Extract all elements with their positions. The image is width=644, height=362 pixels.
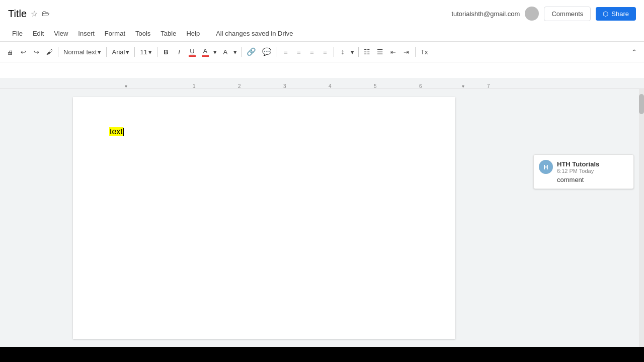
toolbar-divider-2 <box>106 47 107 57</box>
menu-view[interactable]: View <box>50 28 72 39</box>
increase-indent-icon: ⇥ <box>404 48 409 56</box>
align-center-button[interactable]: ≡ <box>293 45 305 59</box>
align-justify-icon: ≡ <box>323 48 327 56</box>
comment-text: comment <box>539 176 628 184</box>
underline-button[interactable]: U <box>186 45 198 59</box>
highlighted-text: text <box>109 127 123 136</box>
ruler-mark-6: 6 <box>419 83 422 89</box>
highlight-icon: A <box>223 48 228 56</box>
align-left-icon: ≡ <box>284 48 288 56</box>
menu-edit[interactable]: Edit <box>29 28 48 39</box>
decrease-indent-button[interactable]: ⇤ <box>387 45 399 59</box>
font-size-label: 11 <box>140 48 147 56</box>
comment-card[interactable]: H HTH Tutorials 6:12 PM Today comment <box>533 154 634 189</box>
bottom-bar <box>0 347 644 362</box>
comments-sidebar: H HTH Tutorials 6:12 PM Today comment <box>528 89 639 347</box>
underline-icon: U <box>189 47 196 57</box>
align-center-icon: ≡ <box>297 48 301 56</box>
italic-button[interactable]: I <box>173 45 185 59</box>
ruler-mark-1: 1 <box>193 83 196 89</box>
line-spacing-chevron[interactable]: ▾ <box>350 45 356 59</box>
collapse-toolbar-button[interactable]: ⌃ <box>628 45 640 59</box>
collapse-icon: ⌃ <box>631 48 637 56</box>
toolbar-divider-7 <box>334 47 334 57</box>
text-color-chevron[interactable]: ▾ <box>212 45 218 59</box>
bullet-list-button[interactable]: ☰ <box>374 45 386 59</box>
font-dropdown[interactable]: Arial ▾ <box>109 45 132 59</box>
paint-format-icon: 🖌 <box>46 48 53 56</box>
paint-format-button[interactable]: 🖌 <box>43 45 55 59</box>
comment-icon: 💬 <box>262 47 272 56</box>
star-icon[interactable]: ☆ <box>31 9 38 19</box>
undo-icon: ↩ <box>21 48 26 56</box>
ruler-mark-4: 4 <box>329 83 332 89</box>
paragraph-style-chevron: ▾ <box>98 48 101 56</box>
text-color-button[interactable]: A <box>199 45 211 59</box>
avatar-initials: H <box>539 160 553 174</box>
ruler-mark-7: ▾ <box>462 83 464 89</box>
paragraph-style-dropdown[interactable]: Normal text ▾ <box>61 45 104 59</box>
link-button[interactable]: 🔗 <box>244 45 259 59</box>
toolbar-divider-6 <box>277 47 277 57</box>
commenter-avatar: H <box>539 160 553 174</box>
font-size-dropdown[interactable]: 11 ▾ <box>137 45 154 59</box>
folder-icon[interactable]: 🗁 <box>42 9 50 18</box>
share-icon: ⬡ <box>603 10 608 18</box>
link-icon: 🔗 <box>247 47 256 56</box>
align-right-icon: ≡ <box>310 48 314 56</box>
saved-status: All changes saved in Drive <box>216 30 293 37</box>
increase-indent-button[interactable]: ⇥ <box>400 45 413 59</box>
redo-button[interactable]: ↪ <box>30 45 42 59</box>
text-cursor <box>123 128 124 136</box>
toolbar-divider-5 <box>241 47 242 57</box>
ruler-start: ▾ <box>125 83 127 89</box>
comment-time: 6:12 PM Today <box>557 168 599 174</box>
document-title[interactable]: Title <box>8 8 27 20</box>
print-icon: 🖨 <box>7 48 14 56</box>
font-size-chevron: ▾ <box>148 48 152 56</box>
ruler-mark-end: 7 <box>487 83 490 89</box>
menu-table[interactable]: Table <box>156 28 180 39</box>
numbered-list-icon: ☷ <box>364 48 370 56</box>
ruler: ▾ 1 2 3 4 5 6 ▾ 7 <box>0 78 644 89</box>
insert-comment-button[interactable]: 💬 <box>260 45 274 59</box>
menu-insert[interactable]: Insert <box>74 28 99 39</box>
bold-icon: B <box>164 48 168 56</box>
user-email: tutorialshth@gmail.com <box>451 10 520 18</box>
decrease-indent-icon: ⇤ <box>390 48 396 56</box>
ruler-mark-5: 5 <box>374 83 377 89</box>
clear-format-button[interactable]: Tx <box>418 45 430 59</box>
line-spacing-button[interactable]: ↕ <box>337 45 349 59</box>
numbered-list-button[interactable]: ☷ <box>361 45 373 59</box>
toolbar-divider-3 <box>134 47 135 57</box>
highlight-chevron[interactable]: ▾ <box>232 45 238 59</box>
bullet-list-icon: ☰ <box>377 48 383 56</box>
undo-button[interactable]: ↩ <box>17 45 29 59</box>
menu-file[interactable]: File <box>8 28 27 39</box>
clear-format-icon: Tx <box>421 48 428 56</box>
align-right-button[interactable]: ≡ <box>306 45 318 59</box>
menu-help[interactable]: Help <box>182 28 204 39</box>
toolbar-divider-4 <box>157 47 157 57</box>
scrollbar[interactable] <box>639 89 644 347</box>
menu-tools[interactable]: Tools <box>131 28 154 39</box>
document-page[interactable]: text <box>73 97 455 339</box>
align-justify-button[interactable]: ≡ <box>319 45 331 59</box>
bold-button[interactable]: B <box>160 45 172 59</box>
print-button[interactable]: 🖨 <box>4 45 16 59</box>
scrollbar-thumb[interactable] <box>639 94 644 114</box>
line-spacing-icon: ↕ <box>341 48 344 56</box>
font-chevron: ▾ <box>126 48 129 56</box>
share-label: Share <box>611 10 629 18</box>
toolbar-divider-1 <box>58 47 58 57</box>
italic-icon: I <box>178 48 180 56</box>
document-content[interactable]: text <box>109 127 419 136</box>
toolbar-divider-8 <box>358 47 359 57</box>
highlight-button[interactable]: A <box>219 45 231 59</box>
comments-button[interactable]: Comments <box>544 7 591 21</box>
share-button[interactable]: ⬡ Share <box>596 7 636 21</box>
profile-avatar[interactable] <box>525 7 539 21</box>
ruler-mark-3: 3 <box>283 83 286 89</box>
menu-format[interactable]: Format <box>101 28 129 39</box>
align-left-button[interactable]: ≡ <box>280 45 292 59</box>
